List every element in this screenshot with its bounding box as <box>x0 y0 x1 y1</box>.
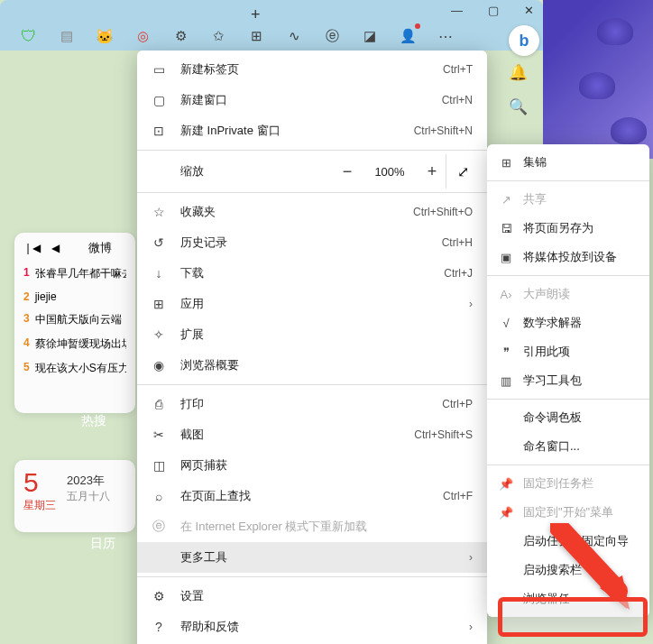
capture-icon: ◫ <box>150 458 168 473</box>
menu-more-tools[interactable]: 更多工具› <box>137 542 487 573</box>
new-tab-plus[interactable]: + <box>251 5 261 24</box>
submenu-save-page[interactable]: 🖫将页面另存为 <box>487 214 649 243</box>
target-icon[interactable]: ◎ <box>133 27 152 45</box>
apps-icon: ⊞ <box>150 297 168 311</box>
separator <box>137 150 487 151</box>
submenu-name-window[interactable]: 命名窗口... <box>487 432 649 461</box>
cat-icon[interactable]: 🐱 <box>96 27 114 45</box>
menu-history[interactable]: ↺历史记录Ctrl+H <box>137 227 487 258</box>
gear-icon: ⚙ <box>150 589 168 603</box>
calendar-card: 5 星期三 2023年 五月十八 <box>14 460 135 532</box>
menu-ie-mode: ⓔ在 Internet Explorer 模式下重新加载 <box>137 511 487 542</box>
performance-icon[interactable]: ∿ <box>285 27 303 45</box>
list-item[interactable]: 1张睿早几年都干嘛去 <box>23 262 126 286</box>
zoom-in-button[interactable]: + <box>418 162 446 181</box>
list-item[interactable]: 3中国航天版向云端 <box>23 308 126 332</box>
menu-find[interactable]: ⌕在页面上查找Ctrl+F <box>137 481 487 511</box>
search-icon[interactable]: 🔍 <box>509 97 527 115</box>
annotation-highlight-box <box>498 597 648 637</box>
ie-icon[interactable]: ⓔ <box>323 27 341 45</box>
next-icon[interactable]: ◀ <box>51 242 60 254</box>
book-icon: ▥ <box>498 374 514 388</box>
print-icon: ⎙ <box>150 397 168 411</box>
menu-help[interactable]: ?帮助和反馈› <box>137 612 487 642</box>
submenu-share: ↗共享 <box>487 185 649 214</box>
clipboard-icon[interactable]: ▤ <box>58 27 76 45</box>
screenshot-icon[interactable]: ◪ <box>361 27 379 45</box>
collections-icon[interactable]: ⊞ <box>247 27 265 45</box>
chevron-right-icon: › <box>469 621 473 633</box>
tab-icon: ▭ <box>150 62 168 77</box>
calendar-date: 2023年 <box>67 473 110 489</box>
menu-print[interactable]: ⎙打印Ctrl+P <box>137 389 487 419</box>
main-context-menu: ▭新建标签页Ctrl+T ▢新建窗口Ctrl+N ⊡新建 InPrivate 窗… <box>137 51 487 644</box>
profile-avatar-icon[interactable]: 👤 <box>399 27 417 45</box>
window-close[interactable]: ✕ <box>524 4 534 17</box>
star-icon: ☆ <box>150 205 168 219</box>
separator <box>137 384 487 385</box>
pin-icon: 📌 <box>498 506 514 520</box>
separator <box>487 399 649 400</box>
collections-icon: ⊞ <box>498 156 514 170</box>
calendar-weekday: 星期三 <box>23 498 56 513</box>
shield-icon[interactable]: 🛡 <box>20 27 38 45</box>
menu-new-tab[interactable]: ▭新建标签页Ctrl+T <box>137 54 487 85</box>
quote-icon: ❞ <box>498 345 514 359</box>
prev-icon[interactable]: ❘◀ <box>23 242 41 254</box>
separator <box>137 576 487 577</box>
share-icon: ↗ <box>498 193 514 207</box>
bing-button[interactable]: b <box>509 25 539 56</box>
window-minimize[interactable]: — <box>451 4 463 17</box>
right-sidebar: b 🔔 🔍 <box>543 0 653 159</box>
extension-icon[interactable]: ⚙ <box>171 27 189 45</box>
calendar-day: 5 <box>23 467 56 498</box>
weibo-title: 微博 <box>88 240 112 256</box>
separator <box>487 465 649 465</box>
scissors-icon: ✂ <box>150 428 168 442</box>
calendar-lunar: 五月十八 <box>67 489 110 504</box>
menu-web-capture[interactable]: ◫网页捕获 <box>137 450 487 481</box>
zoom-out-button[interactable]: − <box>334 162 361 181</box>
bell-icon[interactable]: 🔔 <box>509 63 527 81</box>
speaker-icon: A› <box>498 288 514 301</box>
browser-chrome: + — ▢ ✕ 🛡 ▤ 🐱 ◎ ⚙ ✩ ⊞ ∿ ⓔ ◪ 👤 ⋯ <box>0 0 543 51</box>
submenu-collections[interactable]: ⊞集锦 <box>487 148 649 177</box>
list-item[interactable]: 5现在该大小S有压力 <box>23 356 126 381</box>
submenu-pin-taskbar: 📌固定到任务栏 <box>487 469 649 498</box>
fullscreen-button[interactable]: ⤢ <box>446 154 480 189</box>
overview-icon: ◉ <box>150 358 168 373</box>
submenu-command-palette[interactable]: 命令调色板 <box>487 403 649 432</box>
math-icon: √ <box>498 317 514 330</box>
menu-new-window[interactable]: ▢新建窗口Ctrl+N <box>137 85 487 115</box>
window-maximize[interactable]: ▢ <box>488 4 499 17</box>
history-icon: ↺ <box>150 235 168 250</box>
zoom-value: 100% <box>372 165 408 179</box>
chevron-right-icon: › <box>469 298 473 310</box>
chevron-right-icon: › <box>469 551 473 564</box>
menu-screenshot[interactable]: ✂截图Ctrl+Shift+S <box>137 419 487 450</box>
calendar-label: 日历 <box>90 536 115 552</box>
pin-icon: 📌 <box>498 477 514 491</box>
hot-search-label: 热搜 <box>81 413 106 429</box>
menu-new-inprivate[interactable]: ⊡新建 InPrivate 窗口Ctrl+Shift+N <box>137 115 487 146</box>
window-icon: ▢ <box>150 93 168 107</box>
save-icon: 🖫 <box>498 222 514 235</box>
submenu-cast[interactable]: ▣将媒体投放到设备 <box>487 243 649 271</box>
separator <box>487 180 649 181</box>
more-menu-icon[interactable]: ⋯ <box>437 27 455 45</box>
submenu-citations[interactable]: ❞引用此项 <box>487 337 649 366</box>
butterfly-wallpaper <box>543 0 653 159</box>
menu-browser-overview[interactable]: ◉浏览器概要 <box>137 350 487 381</box>
list-item[interactable]: 4蔡徐坤暂缓现场出场 <box>23 332 126 356</box>
submenu-learning-toolkit[interactable]: ▥学习工具包 <box>487 366 649 395</box>
menu-favorites[interactable]: ☆收藏夹Ctrl+Shift+O <box>137 197 487 227</box>
submenu-math-solver[interactable]: √数学求解器 <box>487 308 649 337</box>
menu-extensions[interactable]: ✧扩展 <box>137 319 487 350</box>
favorites-star-icon[interactable]: ✩ <box>209 27 227 45</box>
menu-downloads[interactable]: ↓下载Ctrl+J <box>137 258 487 289</box>
menu-settings[interactable]: ⚙设置 <box>137 581 487 612</box>
menu-apps[interactable]: ⊞应用› <box>137 289 487 319</box>
download-icon: ↓ <box>150 266 168 281</box>
list-item[interactable]: 2jiejie <box>23 286 126 308</box>
ie-mode-icon: ⓔ <box>150 519 168 535</box>
